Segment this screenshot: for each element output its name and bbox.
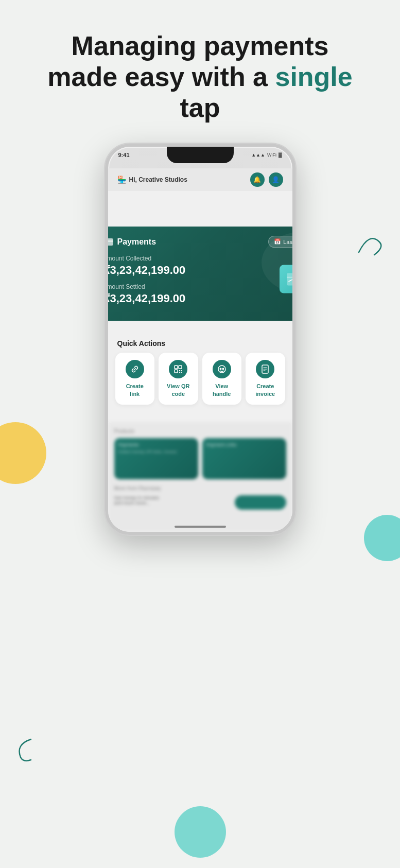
- lower-tagline: Get money in minutes: [114, 495, 231, 500]
- payments-card-icon: [108, 238, 113, 246]
- lower-section2-title: More from Razorpay: [114, 485, 286, 491]
- lower-row2: Get money in minutes and much more...: [114, 495, 286, 510]
- payments-card-wrapper: Payments 📅 Last 7 days ▾ Amount Collecte…: [108, 227, 292, 321]
- view-handle-label: Viewhandle: [213, 383, 231, 397]
- hero-title: Managing payments made easy with a singl…: [31, 31, 369, 123]
- decoration-blob-teal-bottom: [175, 806, 226, 858]
- lower-card-links-label: Payment Links: [206, 442, 282, 447]
- view-qr-icon: [169, 360, 187, 378]
- lower-cards-row: Payments Collect money UPI links, Invoic…: [114, 438, 286, 479]
- view-qr-button[interactable]: View QRcode: [159, 353, 198, 405]
- payments-card: Payments 📅 Last 7 days ▾ Amount Collecte…: [108, 227, 292, 321]
- quick-actions-section: Quick Actions Createlink: [108, 332, 292, 412]
- wifi-icon: WiFi: [267, 152, 276, 158]
- lower-section-title: Products: [114, 428, 286, 434]
- svg-point-11: [219, 368, 221, 370]
- quick-actions-title: Quick Actions: [108, 332, 292, 353]
- store-icon: 🏪: [117, 176, 126, 184]
- calendar-icon: 📅: [274, 238, 281, 245]
- lower-sub-tagline: and much more...: [114, 500, 231, 506]
- create-link-icon: [126, 360, 144, 378]
- phone-screen: Payments 📅 Last 7 days ▾ Amount Collecte…: [108, 185, 292, 532]
- notification-button[interactable]: 🔔: [250, 172, 265, 187]
- battery-icon: ▓: [279, 152, 282, 158]
- amount-settled-section: Amount Settled ₹3,23,42,199.00: [108, 283, 292, 305]
- view-handle-button[interactable]: Viewhandle: [202, 353, 242, 405]
- card-header: Payments 📅 Last 7 days ▾: [108, 236, 292, 248]
- phone-mockup-wrapper: 9:41 ▲▲▲ WiFi ▓ 🏪 Hi, Creative Studios 🔔…: [0, 144, 400, 535]
- 3d-box-front: [280, 265, 292, 293]
- avatar-icon: 👤: [272, 176, 280, 183]
- amount-settled-value: ₹3,23,42,199.00: [108, 292, 292, 305]
- store-name: Hi, Creative Studios: [129, 176, 187, 183]
- svg-rect-3: [175, 366, 178, 369]
- signal-icon: ▲▲▲: [251, 152, 265, 158]
- lower-blurred-section: Products Payments Collect money UPI link…: [108, 422, 292, 532]
- phone-frame: 9:41 ▲▲▲ WiFi ▓ 🏪 Hi, Creative Studios 🔔…: [105, 144, 295, 535]
- svg-rect-9: [181, 372, 182, 373]
- lower-card-payments: Payments Collect money UPI links, Invoic…: [114, 438, 198, 479]
- hero-section: Managing payments made easy with a singl…: [0, 0, 400, 138]
- phone-notch: [167, 147, 234, 163]
- svg-rect-0: [287, 273, 292, 285]
- create-link-label: Createlink: [126, 383, 144, 397]
- amount-collected-value: ₹3,23,42,199.00: [108, 264, 292, 277]
- decoration-curl-bottom-left: [5, 734, 36, 765]
- view-qr-label: View QRcode: [167, 383, 189, 397]
- svg-rect-7: [181, 370, 182, 371]
- notification-icon: 🔔: [253, 176, 261, 183]
- avatar-button[interactable]: 👤: [269, 172, 283, 187]
- 3d-box-icon: [280, 254, 292, 293]
- lower-card-links: Payment Links: [202, 438, 286, 479]
- status-icons: ▲▲▲ WiFi ▓: [251, 152, 282, 158]
- header-icons: 🔔 👤: [250, 172, 283, 187]
- svg-rect-5: [175, 370, 178, 373]
- create-link-button[interactable]: Createlink: [115, 353, 155, 405]
- status-time: 9:41: [118, 152, 130, 158]
- svg-point-12: [222, 368, 224, 370]
- amount-collected-section: Amount Collected ₹3,23,42,199.00: [108, 255, 292, 277]
- amount-settled-label: Amount Settled: [108, 283, 292, 290]
- lower-tagline-section: Get money in minutes and much more...: [114, 495, 231, 510]
- create-invoice-button[interactable]: Createinvoice: [246, 353, 285, 405]
- app-header: 🏪 Hi, Creative Studios 🔔 👤: [108, 168, 292, 191]
- home-indicator: [175, 526, 226, 528]
- create-invoice-icon: [256, 360, 274, 378]
- svg-rect-4: [179, 366, 182, 369]
- app-header-title: 🏪 Hi, Creative Studios: [117, 176, 187, 184]
- view-handle-icon: [213, 360, 231, 378]
- svg-rect-8: [179, 372, 180, 373]
- lower-card-payments-text: Collect money UPI links, Invoice: [118, 449, 194, 454]
- lower-card-payments-label: Payments: [118, 442, 194, 447]
- create-invoice-label: Createinvoice: [255, 383, 275, 397]
- lower-cta-button[interactable]: [235, 495, 286, 510]
- card-3d-illustration: [280, 254, 292, 293]
- quick-actions-grid: Createlink: [108, 353, 292, 412]
- svg-rect-6: [179, 370, 180, 371]
- card-title: Payments: [108, 237, 156, 247]
- amount-collected-label: Amount Collected: [108, 255, 292, 262]
- date-filter-button[interactable]: 📅 Last 7 days ▾: [268, 236, 292, 248]
